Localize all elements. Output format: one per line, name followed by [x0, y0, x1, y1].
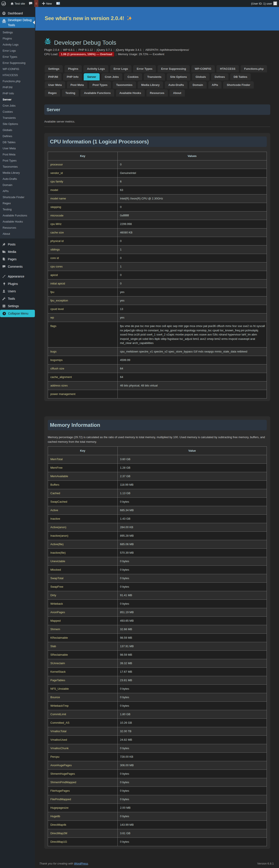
svg-text:W: W	[46, 40, 49, 44]
svg-text:W: W	[3, 21, 5, 23]
